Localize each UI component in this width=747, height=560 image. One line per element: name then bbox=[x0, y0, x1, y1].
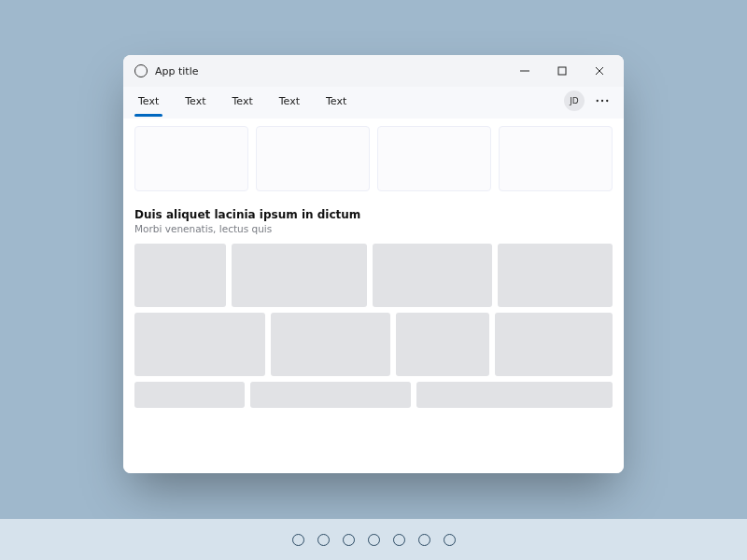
section-subtitle: Morbi venenatis, lectus quis bbox=[134, 223, 613, 234]
close-button[interactable] bbox=[581, 57, 618, 85]
pager-dot[interactable] bbox=[317, 534, 330, 546]
svg-rect-0 bbox=[558, 67, 566, 75]
card-row bbox=[134, 126, 613, 191]
mosaic-tile[interactable] bbox=[396, 313, 489, 376]
card[interactable] bbox=[134, 126, 248, 191]
tab-2[interactable]: Text bbox=[229, 91, 257, 111]
mosaic-tile[interactable] bbox=[134, 313, 265, 376]
pager-dot[interactable] bbox=[292, 534, 304, 546]
minimize-icon bbox=[520, 66, 529, 76]
pager-dot[interactable] bbox=[444, 534, 456, 546]
content: Duis aliquet lacinia ipsum in dictum Mor… bbox=[123, 119, 624, 473]
mosaic-row bbox=[134, 244, 613, 307]
mosaic-tile[interactable] bbox=[232, 244, 367, 307]
mosaic-tile[interactable] bbox=[134, 244, 226, 307]
tab-1[interactable]: Text bbox=[181, 91, 209, 111]
pager-dot[interactable] bbox=[393, 534, 405, 546]
avatar[interactable]: JD bbox=[564, 91, 585, 111]
card[interactable] bbox=[256, 126, 370, 191]
close-icon bbox=[595, 66, 604, 76]
app-window: App title Text Text Text Text Text JD bbox=[123, 55, 624, 473]
titlebar[interactable]: App title bbox=[123, 55, 624, 87]
mosaic-row bbox=[134, 382, 613, 408]
more-icon bbox=[596, 94, 609, 107]
mosaic-tile[interactable] bbox=[373, 244, 492, 307]
mosaic-tile[interactable] bbox=[271, 313, 390, 376]
minimize-button[interactable] bbox=[506, 57, 543, 85]
avatar-initials: JD bbox=[570, 96, 579, 105]
section-title: Duis aliquet lacinia ipsum in dictum bbox=[134, 208, 613, 221]
tab-4[interactable]: Text bbox=[322, 91, 350, 111]
mosaic-tile[interactable] bbox=[250, 382, 411, 408]
pager-dot[interactable] bbox=[343, 534, 355, 546]
maximize-icon bbox=[557, 66, 567, 76]
mosaic-tile[interactable] bbox=[498, 244, 613, 307]
mosaic-tile[interactable] bbox=[134, 382, 245, 408]
pager-dot[interactable] bbox=[368, 534, 380, 546]
mosaic-tile[interactable] bbox=[495, 313, 613, 376]
svg-point-1 bbox=[597, 100, 599, 102]
card[interactable] bbox=[377, 126, 491, 191]
pager-dot[interactable] bbox=[418, 534, 430, 546]
more-button[interactable] bbox=[592, 91, 613, 111]
card[interactable] bbox=[499, 126, 613, 191]
svg-point-3 bbox=[606, 100, 608, 102]
mosaic-row bbox=[134, 313, 613, 376]
mosaic-tile[interactable] bbox=[416, 382, 613, 408]
svg-point-2 bbox=[601, 100, 603, 102]
tabs-row: Text Text Text Text Text JD bbox=[123, 87, 624, 119]
app-icon bbox=[134, 64, 148, 77]
maximize-button[interactable] bbox=[543, 57, 581, 85]
tab-0[interactable]: Text bbox=[134, 91, 162, 111]
window-title: App title bbox=[155, 65, 199, 77]
tab-3[interactable]: Text bbox=[275, 91, 303, 111]
pager-strip bbox=[0, 519, 747, 560]
